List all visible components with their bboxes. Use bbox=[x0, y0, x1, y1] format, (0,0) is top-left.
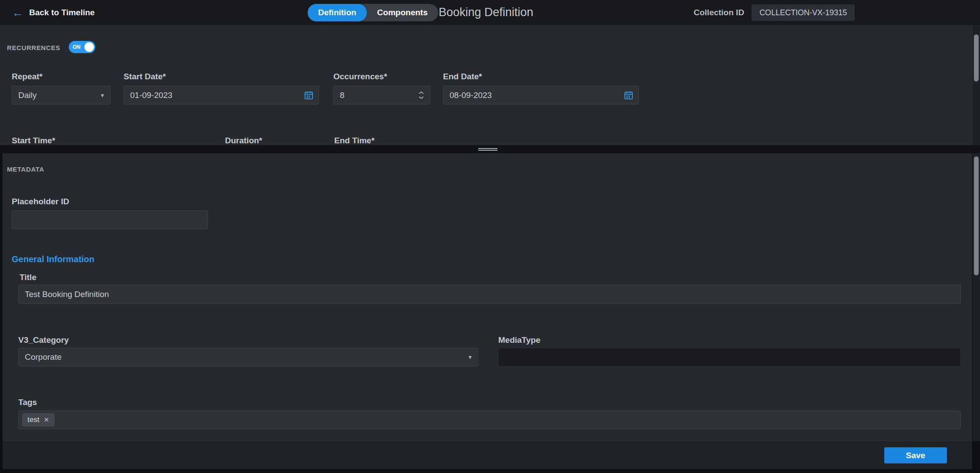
end-date-label: End Date* bbox=[443, 72, 482, 81]
recurrences-panel: RECURRENCES ON Repeat* Start Date* Occur… bbox=[0, 25, 973, 145]
mediatype-label: MediaType bbox=[498, 335, 540, 345]
tab-components[interactable]: Components bbox=[367, 4, 438, 21]
start-date-label: Start Date* bbox=[124, 72, 166, 81]
start-time-label: Start Time* bbox=[12, 136, 55, 145]
footer-bar: Save bbox=[3, 441, 972, 469]
end-date-input[interactable] bbox=[443, 91, 624, 100]
toggle-on-label: ON bbox=[73, 41, 81, 53]
collection-id-value: COLLECTION-VX-19315 bbox=[752, 4, 855, 21]
calendar-icon[interactable] bbox=[304, 90, 319, 100]
v3-category-label: V3_Category bbox=[18, 335, 69, 345]
save-button[interactable]: Save bbox=[884, 447, 947, 463]
placeholder-id-input-wrap bbox=[12, 210, 208, 229]
repeat-value: Daily bbox=[12, 91, 101, 100]
end-date-input-wrap bbox=[443, 86, 639, 105]
general-information-heading: General Information bbox=[12, 254, 94, 264]
panel-splitter[interactable] bbox=[0, 145, 980, 153]
v3-category-select[interactable]: Corporate ▾ bbox=[18, 348, 478, 366]
scrollbar-thumb-metadata[interactable] bbox=[974, 156, 979, 275]
occurrences-input-wrap bbox=[333, 86, 430, 105]
duration-label: Duration* bbox=[225, 136, 262, 145]
tag-chip-label: test bbox=[27, 416, 39, 424]
tags-label: Tags bbox=[18, 398, 37, 407]
chevron-down-icon bbox=[418, 96, 424, 99]
recurrences-section-label: RECURRENCES bbox=[7, 44, 60, 51]
scrollbar-thumb-recurrences[interactable] bbox=[974, 34, 979, 81]
metadata-section-label: METADATA bbox=[7, 166, 44, 173]
placeholder-id-input[interactable] bbox=[12, 215, 208, 225]
chevron-up-icon bbox=[418, 91, 424, 95]
splitter-handle-icon bbox=[478, 148, 497, 149]
placeholder-id-label: Placeholder ID bbox=[12, 197, 69, 206]
back-to-timeline-button[interactable]: ← Back to Timeline bbox=[12, 0, 95, 25]
chevron-down-icon: ▾ bbox=[101, 91, 110, 99]
back-arrow-icon: ← bbox=[12, 7, 23, 18]
occurrences-label: Occurrences* bbox=[333, 72, 387, 81]
title-label: Title bbox=[20, 273, 37, 282]
mediatype-input[interactable] bbox=[499, 353, 960, 362]
start-date-input[interactable] bbox=[124, 91, 304, 100]
collection-id-group: Collection ID COLLECTION-VX-19315 bbox=[694, 0, 855, 25]
chevron-down-icon: ▾ bbox=[468, 353, 478, 361]
number-stepper[interactable] bbox=[418, 91, 430, 99]
page-title: Booking Definition bbox=[439, 0, 534, 25]
occurrences-input[interactable] bbox=[334, 91, 418, 100]
tab-definition[interactable]: Definition bbox=[308, 4, 367, 21]
recurrences-toggle[interactable]: ON bbox=[69, 41, 95, 53]
calendar-icon[interactable] bbox=[624, 90, 638, 100]
scrollbar-track-metadata[interactable] bbox=[973, 153, 980, 441]
start-date-input-wrap bbox=[124, 86, 319, 105]
view-tabs: Definition Components bbox=[308, 4, 438, 21]
back-to-timeline-label: Back to Timeline bbox=[29, 8, 95, 17]
tags-input[interactable]: test ✕ bbox=[18, 411, 961, 429]
toggle-knob-icon bbox=[84, 42, 94, 52]
tag-remove-icon[interactable]: ✕ bbox=[44, 416, 49, 424]
top-bar: ← Back to Timeline Definition Components… bbox=[0, 0, 980, 25]
collection-id-label: Collection ID bbox=[694, 8, 744, 17]
repeat-select[interactable]: Daily ▾ bbox=[12, 86, 111, 105]
v3-category-value: Corporate bbox=[19, 352, 468, 362]
repeat-label: Repeat* bbox=[12, 72, 43, 81]
tag-chip: test ✕ bbox=[22, 413, 54, 426]
mediatype-input-wrap bbox=[498, 348, 961, 367]
metadata-panel: METADATA Placeholder ID General Informat… bbox=[3, 153, 972, 441]
scrollbar-track-recurrences[interactable] bbox=[973, 25, 980, 145]
booking-definition-app: ← Back to Timeline Definition Components… bbox=[0, 0, 980, 473]
title-input[interactable] bbox=[19, 290, 960, 299]
title-input-wrap bbox=[18, 285, 961, 304]
end-time-label: End Time* bbox=[334, 136, 375, 145]
